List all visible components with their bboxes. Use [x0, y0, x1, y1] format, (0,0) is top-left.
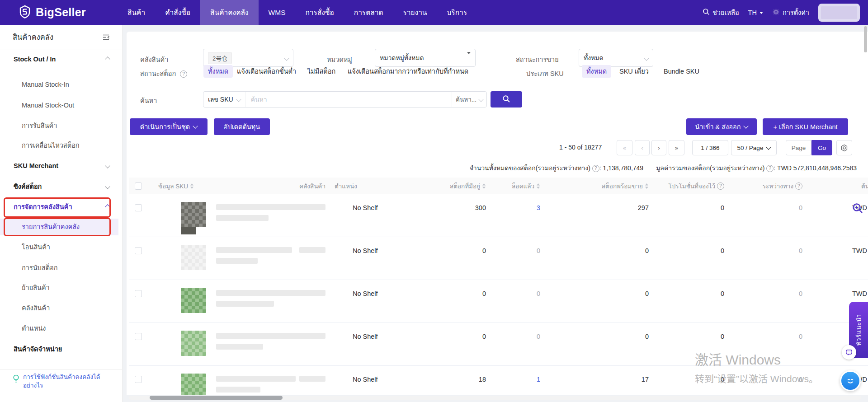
- nav-orders[interactable]: คำสั่งซื้อ: [155, 0, 200, 25]
- stock-status-option-over[interactable]: แจ้งเตือนสต็อกมากกว่าหรือเท่ากับที่กำหนด: [348, 65, 468, 78]
- per-page-select[interactable]: 50 / Page: [731, 140, 777, 155]
- sidebar-item-manual-stock-out[interactable]: Manual Stock-Out: [0, 100, 122, 111]
- page-jump-input[interactable]: [786, 140, 811, 155]
- sidebar-item-stock-count[interactable]: การนับสต็อก: [0, 262, 122, 273]
- sku-info-cell[interactable]: [149, 366, 294, 395]
- search-mode-select[interactable]: ค้นหา...: [452, 92, 486, 107]
- promo-cell: 0: [653, 323, 729, 365]
- settings-label: การตั้งค่า: [783, 7, 809, 18]
- row-checkbox[interactable]: [135, 376, 142, 383]
- sidebar-item-move-products[interactable]: ย้ายสินค้า: [0, 282, 122, 293]
- sidebar-item-stock-movement[interactable]: การเคลื่อนไหวสต็อก: [0, 140, 122, 151]
- help-menu[interactable]: ช่วยเหลือ: [703, 7, 739, 18]
- row-checkbox[interactable]: [135, 204, 142, 211]
- table-row: No Shelf 18 1 17 0 0 TWD: [129, 366, 868, 395]
- sidebar-item-manual-stock-in[interactable]: Manual Stock-In: [0, 79, 122, 90]
- horizontal-scrollbar-thumb[interactable]: [150, 396, 283, 400]
- search-input[interactable]: [245, 96, 452, 103]
- sale-status-select[interactable]: ทั้งหมด: [579, 49, 653, 67]
- select-all-checkbox[interactable]: [135, 182, 142, 190]
- sidebar-tip-link[interactable]: การใช้ฟังก์ชั่นสินค้าคงคลังได้อย่างไร: [13, 373, 112, 390]
- sku-info-cell[interactable]: [149, 323, 294, 365]
- sku-info-cell[interactable]: [149, 280, 294, 323]
- row-checkbox[interactable]: [135, 290, 142, 297]
- category-select[interactable]: หมวดหมู่ทั้งหมด: [375, 49, 476, 67]
- sidebar-item-receiving[interactable]: การรับสินค้า: [0, 120, 122, 131]
- row-checkbox[interactable]: [135, 333, 142, 340]
- sidebar-item-location[interactable]: ตำแหน่ง: [0, 323, 122, 334]
- batch-action-button[interactable]: ดำเนินการเป็นชุด: [130, 118, 208, 135]
- search-field-select[interactable]: เลข SKU: [203, 92, 245, 107]
- help-circle-icon[interactable]: [717, 182, 724, 190]
- stock-status-option-low[interactable]: แจ้งเตือนสต็อกขั้นต่ำ: [237, 65, 296, 78]
- next-page-button[interactable]: ›: [651, 140, 666, 155]
- warehouse-tag[interactable]: 2号仓: [208, 52, 232, 64]
- search-button[interactable]: [491, 91, 522, 108]
- collapse-sidebar-icon[interactable]: [102, 33, 110, 43]
- brand-logo[interactable]: BigSeller: [18, 5, 118, 20]
- main-content: คลังสินค้า 2号仓 หมวดหมู่ หมวดหมู่ทั้งหมด …: [122, 25, 868, 402]
- prev-page-button[interactable]: ‹: [635, 140, 650, 155]
- sku-type-option-single[interactable]: SKU เดี่ยว: [619, 65, 649, 78]
- available-cell: 300: [398, 194, 491, 237]
- tour-chat-bubble-icon[interactable]: [842, 345, 856, 360]
- nav-inventory[interactable]: สินค้าคงคลัง: [200, 0, 259, 25]
- main-nav: สินค้า คำสั่งซื้อ สินค้าคงคลัง WMS การสั…: [118, 0, 477, 25]
- sidebar-group-sku-merchant[interactable]: SKU Merchant: [0, 160, 122, 171]
- row-checkbox[interactable]: [135, 247, 142, 254]
- sku-type-option-bundle[interactable]: Bundle SKU: [664, 65, 699, 78]
- stock-status-option-all[interactable]: ทั้งหมด: [203, 65, 233, 78]
- col-available[interactable]: สต็อกที่มีอยู่: [398, 181, 491, 191]
- locked-cell[interactable]: 1: [491, 366, 545, 395]
- nav-purchase[interactable]: การสั่งซื้อ: [295, 0, 344, 25]
- help-circle-icon[interactable]: [795, 182, 802, 190]
- transit-cell: 0: [729, 280, 807, 323]
- table-config-button[interactable]: [836, 140, 852, 155]
- col-ready[interactable]: สต็อกพร้อมขาย: [545, 181, 653, 191]
- sidebar-group-distribution[interactable]: สินค้าจัดจำหน่าย: [0, 344, 122, 355]
- ready-cell: 0: [545, 323, 653, 365]
- import-export-button[interactable]: นำเข้า & ส่งออก: [686, 118, 757, 135]
- sidebar-item-warehouse[interactable]: คลังสินค้า: [0, 303, 122, 313]
- settings-menu[interactable]: การตั้งค่า: [772, 7, 809, 18]
- stock-status-option-none[interactable]: ไม่มีสต็อก: [307, 65, 335, 78]
- nav-marketing[interactable]: การตลาด: [344, 0, 393, 25]
- horizontal-scrollbar[interactable]: [129, 396, 861, 400]
- locked-cell[interactable]: 3: [491, 194, 545, 237]
- select-sku-merchant-button[interactable]: + เลือก SKU Merchant: [763, 118, 848, 135]
- sidebar-group-sync-stock[interactable]: ซิงค์สต็อก: [0, 181, 122, 192]
- sku-info-cell[interactable]: [149, 194, 294, 237]
- nav-wms[interactable]: WMS: [259, 0, 296, 25]
- sort-icon: [190, 183, 194, 189]
- chevron-down-icon: [236, 97, 241, 102]
- help-circle-icon[interactable]: [766, 165, 774, 172]
- warehouse-select[interactable]: 2号仓: [203, 49, 293, 67]
- nav-reports[interactable]: รายงาน: [393, 0, 437, 25]
- col-locked[interactable]: ล็อคแล้ว: [491, 181, 545, 191]
- table-row: No Shelf 300 3 297 0 0 TWD: [129, 194, 868, 237]
- chevron-down-icon: [760, 12, 763, 16]
- sku-type-option-all[interactable]: ทั้งหมด: [582, 65, 611, 78]
- avatar[interactable]: [818, 4, 860, 22]
- sidebar-group-stock-out-in[interactable]: Stock Out / In: [0, 54, 122, 65]
- chevron-down-icon: [766, 145, 771, 150]
- sidebar-item-transfer[interactable]: โอนสินค้า: [0, 242, 122, 252]
- search-label: ค้นหา: [140, 95, 157, 106]
- help-circle-icon[interactable]: [180, 70, 187, 78]
- sku-info-cell[interactable]: [149, 237, 294, 280]
- go-button[interactable]: Go: [811, 140, 832, 155]
- customer-service-icon[interactable]: [840, 370, 861, 391]
- location-cell: No Shelf: [335, 366, 398, 395]
- annotation-red-box: [4, 197, 111, 218]
- language-selector[interactable]: TH: [748, 9, 763, 16]
- vertical-scrollbar-thumb[interactable]: [864, 26, 867, 52]
- bigseller-logo-icon: [18, 5, 32, 20]
- help-circle-icon[interactable]: [592, 165, 599, 172]
- update-cost-button[interactable]: อัปเดตต้นทุน: [214, 118, 270, 135]
- table-header: ข้อมูล SKU คลังสินค้า ตำแหน่ง สต็อกที่มี…: [129, 178, 868, 194]
- first-page-button[interactable]: «: [617, 140, 632, 155]
- col-sku-info[interactable]: ข้อมูล SKU: [149, 181, 294, 191]
- last-page-button[interactable]: »: [669, 140, 684, 155]
- nav-services[interactable]: บริการ: [437, 0, 477, 25]
- nav-products[interactable]: สินค้า: [118, 0, 155, 25]
